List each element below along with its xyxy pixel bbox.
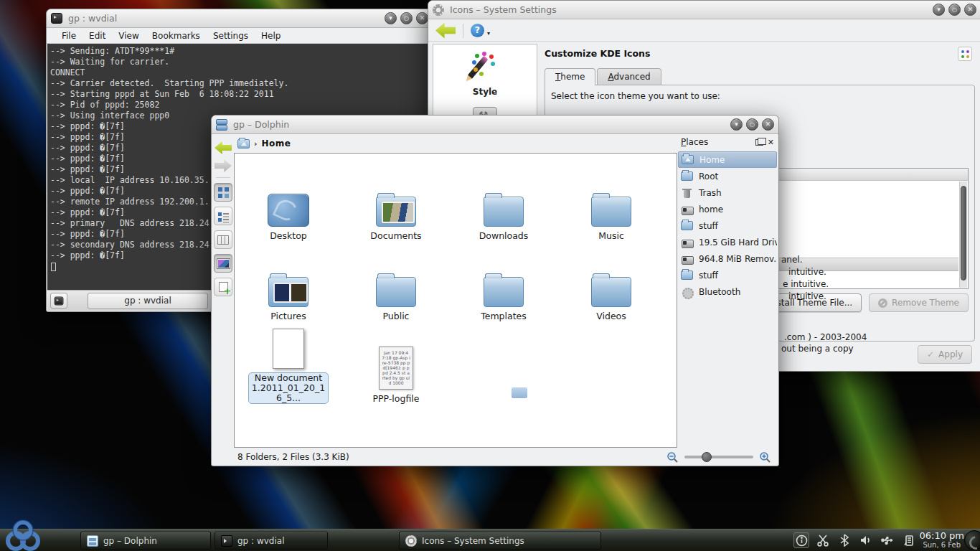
app-launcher-button[interactable]: [1, 518, 46, 551]
undock-panel-icon[interactable]: [755, 139, 763, 146]
system-settings-toolbar: ?: [428, 20, 980, 42]
maximize-button[interactable]: [746, 118, 758, 131]
minimize-button[interactable]: [385, 12, 397, 24]
folder-view[interactable]: Desktop Documents Downloads: [234, 153, 677, 448]
file-icon-wrap: [591, 179, 631, 227]
places-item[interactable]: Trash: [678, 184, 777, 201]
terminal-line: --> Waiting for carrier.: [50, 57, 432, 67]
split-view-button[interactable]: [214, 278, 232, 296]
task-button[interactable]: gp : wvdial: [215, 532, 328, 550]
places-item-label: 964.8 MiB Remov...: [699, 254, 777, 264]
home-folder-icon[interactable]: [237, 139, 250, 149]
back-arrow-icon[interactable]: [215, 141, 232, 154]
file-item[interactable]: Desktop: [235, 161, 342, 241]
columns-view-icon: [217, 235, 229, 245]
system-settings-titlebar[interactable]: Icons – System Settings: [428, 1, 980, 19]
help-icon[interactable]: ?: [471, 24, 484, 37]
places-item[interactable]: home: [678, 201, 777, 217]
tab-theme[interactable]: Theme: [545, 68, 595, 85]
maximize-button[interactable]: [948, 4, 961, 16]
file-label: Pictures: [270, 311, 306, 321]
file-icon-wrap: [273, 321, 304, 369]
file-item[interactable]: Templates: [450, 241, 557, 321]
text-document-icon: Jan 17 09:4 7:18 gp-Asp ire-5738 pp pd[1…: [379, 347, 413, 390]
window-dolphin: gp – Dolphin › Home: [211, 115, 779, 466]
task-button[interactable]: Icons – System Settings: [399, 532, 601, 550]
breadcrumb-home[interactable]: Home: [262, 138, 291, 149]
back-arrow-icon[interactable]: [435, 23, 456, 39]
panel-clock[interactable]: 06:10 pm Sun, 6 Feb: [919, 531, 964, 550]
dolphin-titlebar[interactable]: gp – Dolphin: [212, 116, 778, 134]
file-label: Music: [598, 230, 624, 241]
konsole-titlebar[interactable]: gp : wvdial: [47, 9, 433, 28]
file-item[interactable]: Documents: [342, 161, 450, 241]
details-view-button[interactable]: [214, 207, 232, 225]
file-icon-wrap: [376, 260, 416, 307]
klipper-scissors-icon[interactable]: [815, 532, 831, 548]
minimize-button[interactable]: [730, 118, 743, 131]
battery-icon[interactable]: [901, 532, 917, 548]
places-item[interactable]: 19.5 GiB Hard Drive: [678, 234, 777, 250]
menu-item[interactable]: View: [112, 29, 145, 42]
info-icon[interactable]: [793, 532, 809, 548]
list-text-fragment: e intuitive.: [783, 279, 829, 289]
konsole-tab[interactable]: gp : wvdial: [88, 293, 208, 309]
places-item[interactable]: stuff: [678, 267, 777, 283]
icons-view-button[interactable]: [214, 183, 232, 202]
close-button[interactable]: [964, 4, 976, 16]
file-label: PPP-logfile: [373, 393, 420, 404]
menu-item[interactable]: Edit: [83, 29, 112, 42]
pictures-folder-icon: [268, 277, 308, 307]
terminal-line: --> Pid of pppd: 25082: [50, 100, 432, 110]
preview-toggle-button[interactable]: [214, 254, 232, 273]
places-item[interactable]: Root: [678, 168, 777, 184]
system-tray: [793, 529, 917, 551]
file-item[interactable]: New document 1.2011_01_20_16_5...: [235, 321, 342, 404]
taskbar-panel: gp – Dolphin gp : wvdial Icons – System …: [0, 529, 980, 551]
terminal-window-icon: [51, 13, 62, 24]
task-button[interactable]: gp – Dolphin: [80, 532, 211, 550]
places-item[interactable]: 964.8 MiB Remov...: [678, 250, 777, 267]
drive-icon: [681, 237, 693, 248]
desktop: gp : wvdial FileEditViewBookmarksSetting…: [0, 0, 980, 551]
places-item[interactable]: Home: [678, 151, 777, 168]
sidebar-item-style[interactable]: Style: [433, 44, 537, 101]
close-button[interactable]: [416, 12, 428, 24]
file-item[interactable]: Jan 17 09:4 7:18 gp-Asp ire-5738 pp pd[1…: [342, 321, 450, 404]
menu-item[interactable]: File: [55, 29, 83, 42]
konsole-window-title: gp : wvdial: [68, 13, 117, 24]
menu-item[interactable]: Bookmarks: [146, 29, 207, 42]
zoom-in-icon[interactable]: [759, 451, 771, 463]
zoom-slider-handle[interactable]: [702, 452, 712, 462]
folder-icon: [681, 171, 693, 181]
preview-icon: [217, 259, 230, 268]
places-item[interactable]: stuff: [678, 217, 777, 234]
panel-cashew-icon[interactable]: [964, 530, 980, 550]
close-button[interactable]: [762, 118, 774, 131]
new-tab-button[interactable]: [50, 293, 67, 309]
zoom-slider[interactable]: [684, 456, 753, 458]
zoom-out-icon[interactable]: [666, 451, 679, 463]
maximize-button[interactable]: [400, 12, 413, 24]
minimize-button[interactable]: [933, 4, 945, 16]
clock-time: 06:10 pm: [919, 531, 964, 540]
places-item[interactable]: Bluetooth: [678, 283, 777, 300]
file-item[interactable]: Music: [557, 161, 665, 241]
menu-item[interactable]: Help: [255, 29, 287, 42]
file-item[interactable]: Public: [342, 241, 450, 321]
volume-icon[interactable]: [858, 532, 874, 548]
menu-item[interactable]: Settings: [207, 29, 255, 42]
usb-device-icon[interactable]: [880, 532, 895, 548]
file-item[interactable]: Downloads: [450, 161, 557, 241]
file-label: Videos: [596, 311, 626, 321]
forward-arrow-icon[interactable]: [215, 159, 232, 172]
file-item[interactable]: Videos: [557, 241, 665, 321]
bluetooth-icon[interactable]: [837, 532, 852, 548]
close-panel-icon[interactable]: ✕: [768, 138, 774, 147]
tab-advanced[interactable]: Advanced: [597, 68, 661, 85]
list-text-fragment: .com ) - 2003-2004: [784, 332, 867, 342]
file-item[interactable]: Pictures: [235, 241, 342, 321]
columns-view-button[interactable]: [214, 230, 232, 249]
places-item-label: Root: [699, 171, 718, 182]
gear-icon: [405, 535, 417, 547]
